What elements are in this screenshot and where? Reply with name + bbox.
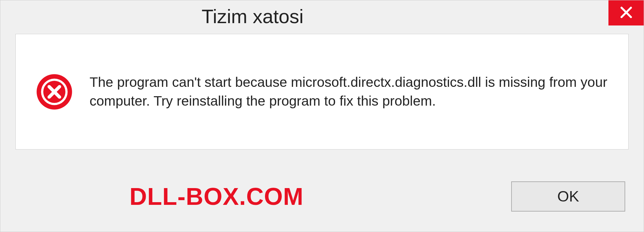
error-icon (36, 73, 73, 110)
dialog-title: Tizim xatosi (202, 5, 304, 27)
ok-button[interactable]: OK (511, 181, 625, 212)
dialog-footer: DLL-BOX.COM OK (0, 161, 644, 232)
dialog-content: The program can't start because microsof… (15, 34, 629, 150)
close-icon (620, 6, 633, 20)
dialog-titlebar: Tizim xatosi (0, 0, 644, 32)
watermark-text: DLL-BOX.COM (129, 183, 304, 210)
error-message: The program can't start because microsof… (90, 73, 608, 110)
close-button[interactable] (608, 0, 644, 25)
